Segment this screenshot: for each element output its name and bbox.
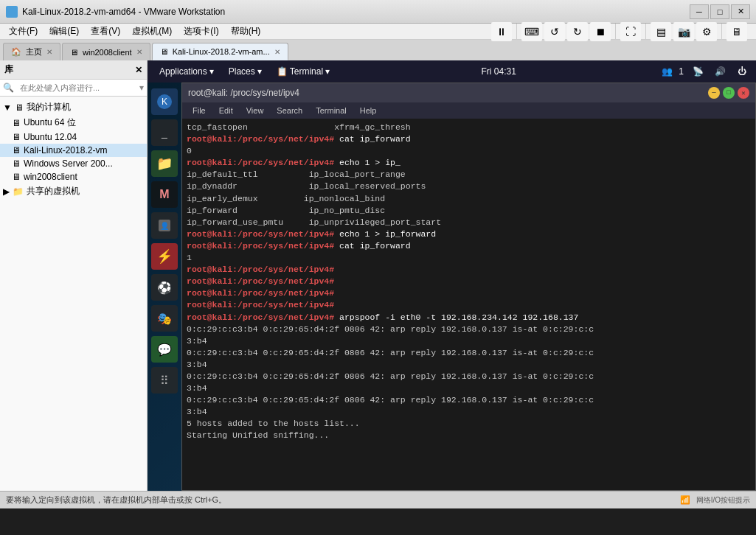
toolbar-display[interactable]: 🖥	[726, 22, 747, 41]
people-icon: 👥	[662, 66, 673, 77]
sidebar-item-mycomputer[interactable]: ▼ 🖥 我的计算机	[0, 99, 147, 115]
sidebar-tree: ▼ 🖥 我的计算机 🖥 Ubuntu 64 位 🖥 Ubuntu 12.04 🖥…	[0, 97, 147, 491]
app-icon-bolt[interactable]: ⚡	[151, 243, 178, 270]
network-icon[interactable]: 📡	[690, 63, 706, 80]
toolbar-sep-1	[516, 24, 517, 40]
tab-home[interactable]: 🏠 主页 ✕	[3, 43, 60, 60]
status-right: 📶 网络I/O按钮提示	[680, 495, 750, 506]
page-number: 1	[679, 66, 684, 77]
term-line-9: root@kali:/proc/sys/net/ipv4# echo 1 > i…	[187, 228, 751, 240]
terminal-icon-small: 📋	[277, 66, 288, 77]
term-menu-help[interactable]: Help	[354, 105, 383, 116]
network-status-icon: 📶	[680, 495, 690, 505]
tab-kali-label: Kali-Linux-2018.2-vm-am...	[173, 47, 270, 56]
close-button[interactable]: ✕	[731, 4, 750, 19]
terminal-title-text: root@kali: /proc/sys/net/ipv4	[188, 88, 299, 98]
sidebar-item-kali[interactable]: 🖥 Kali-Linux-2018.2-vm	[0, 144, 147, 157]
sidebar-label-winserver: Windows Server 200...	[24, 158, 113, 169]
app-icon	[6, 6, 18, 18]
volume-icon[interactable]: 🔊	[712, 63, 728, 80]
term-line-8: ip_forward_use_pmtu ip_unprivileged_port…	[187, 217, 751, 228]
tab-home-close[interactable]: ✕	[46, 48, 52, 56]
toolbar-suspend[interactable]: ⏹	[590, 22, 611, 41]
svg-text:K: K	[162, 97, 167, 107]
term-menu-search[interactable]: Search	[271, 105, 308, 116]
window-controls: ─ □ ✕	[690, 4, 750, 19]
terminal-minimize[interactable]: ─	[708, 87, 720, 99]
terminal-menu[interactable]: 📋 Terminal ▾	[271, 65, 336, 78]
toolbar-back[interactable]: ↺	[544, 22, 565, 41]
tab-kali-close[interactable]: ✕	[274, 48, 280, 56]
app-icon-metasploit[interactable]: M	[151, 181, 178, 208]
search-icon: 🔍	[3, 83, 14, 93]
term-line-1: root@kali:/proc/sys/net/ipv4# cat ip_for…	[187, 133, 751, 145]
sidebar-item-shared[interactable]: ▶ 📁 共享的虚拟机	[0, 183, 147, 199]
term-menu-terminal[interactable]: Terminal	[310, 105, 353, 116]
term-line-17: 0:c:29:c:c3:b4 0:c:29:65:d4:2f 0806 42: …	[187, 324, 751, 335]
svg-text:👤: 👤	[160, 221, 170, 231]
app-icon-dragon[interactable]: K	[151, 88, 178, 115]
app-icon-grid[interactable]: ⠿	[151, 367, 178, 394]
tab-win2008-close[interactable]: ✕	[136, 48, 142, 56]
sidebar-title: 库	[4, 63, 13, 76]
sidebar-label-kali: Kali-Linux-2018.2-vm	[24, 145, 107, 155]
term-line-15: root@kali:/proc/sys/net/ipv4#	[187, 299, 751, 311]
term-line-0: tcp_fastopen xfrm4_gc_thresh	[187, 122, 751, 133]
minimize-button[interactable]: ─	[690, 4, 709, 19]
sidebar-item-winserver[interactable]: 🖥 Windows Server 200...	[0, 157, 147, 170]
toolbar-ctrl-alt-del[interactable]: ⌨	[521, 22, 542, 41]
search-dropdown-icon[interactable]: ▾	[139, 83, 144, 93]
search-input[interactable]	[17, 82, 139, 94]
app-icon-chat[interactable]: 💬	[151, 336, 178, 363]
term-menu-edit[interactable]: Edit	[213, 105, 239, 116]
tab-win2008[interactable]: 🖥 win2008client ✕	[62, 43, 150, 60]
sidebar-item-ubuntu12[interactable]: 🖥 Ubuntu 12.04	[0, 130, 147, 144]
tab-home-label: 主页	[26, 46, 42, 57]
term-line-7: ip_forward ip_no_pmtu_disc	[187, 205, 751, 217]
toolbar-snapshot[interactable]: 📷	[673, 22, 694, 41]
toolbar-settings[interactable]: ⚙	[696, 22, 717, 41]
toolbar-unity[interactable]: ▤	[651, 22, 671, 41]
power-icon[interactable]: ⏻	[734, 63, 750, 80]
app-icon-ball[interactable]: ⚽	[151, 274, 178, 301]
sidebar-item-ubuntu64[interactable]: 🖥 Ubuntu 64 位	[0, 115, 147, 130]
expand-icon-shared: ▶	[3, 186, 10, 197]
menu-tabs[interactable]: 选项卡(I)	[178, 24, 224, 39]
applications-menu[interactable]: Applications ▾	[153, 65, 220, 78]
term-line-25: 5 hosts added to the hosts list...	[187, 418, 751, 430]
terminal-maximize[interactable]: □	[723, 87, 735, 99]
menu-help[interactable]: 帮助(H)	[225, 24, 267, 39]
app-icon-user[interactable]: 👤	[151, 212, 178, 239]
title-bar: Kali-Linux-2018.2-vm-amd64 - VMware Work…	[0, 0, 756, 24]
term-menu-file[interactable]: File	[187, 105, 212, 116]
tab-kali[interactable]: 🖥 Kali-Linux-2018.2-vm-am... ✕	[152, 43, 288, 60]
toolbar-full[interactable]: ⛶	[620, 22, 641, 41]
menu-vm[interactable]: 虚拟机(M)	[126, 24, 178, 39]
term-line-6: ip_early_demux ip_nonlocal_bind	[187, 193, 751, 205]
menu-edit[interactable]: 编辑(E)	[44, 24, 85, 39]
sidebar-close-icon[interactable]: ✕	[135, 65, 142, 75]
svg-point-0	[8, 8, 15, 15]
vm-icon-ubuntu64: 🖥	[12, 118, 21, 128]
toolbar-forward[interactable]: ↻	[567, 22, 588, 41]
places-menu[interactable]: Places ▾	[223, 65, 268, 78]
term-line-10: root@kali:/proc/sys/net/ipv4# cat ip_for…	[187, 240, 751, 252]
term-line-12: root@kali:/proc/sys/net/ipv4#	[187, 264, 751, 276]
terminal-body[interactable]: tcp_fastopen xfrm4_gc_thresh root@kali:/…	[182, 119, 755, 490]
toolbar-sep-3	[645, 24, 646, 40]
terminal-close[interactable]: ✕	[738, 87, 749, 99]
app-icon-folder[interactable]: 📁	[151, 150, 178, 177]
tabs-container: 🏠 主页 ✕ 🖥 win2008client ✕ 🖥 Kali-Linux-20…	[0, 40, 756, 60]
app-icon-terminal2[interactable]: _	[151, 119, 178, 146]
terminal-window-controls: ─ □ ✕	[708, 87, 749, 99]
term-menu-view[interactable]: View	[240, 105, 270, 116]
sidebar-item-win2008client[interactable]: 🖥 win2008client	[0, 170, 147, 183]
toolbar-pause[interactable]: ⏸	[491, 22, 512, 41]
app-icon-camera[interactable]: 🎭	[151, 305, 178, 332]
menu-view[interactable]: 查看(V)	[85, 24, 126, 39]
restore-button[interactable]: □	[710, 4, 729, 19]
menu-file[interactable]: 文件(F)	[3, 24, 44, 39]
term-line-20: 3:b4	[187, 359, 751, 371]
tab-win2008-icon: 🖥	[70, 48, 78, 57]
sidebar-label-ubuntu64: Ubuntu 64 位	[24, 116, 76, 129]
